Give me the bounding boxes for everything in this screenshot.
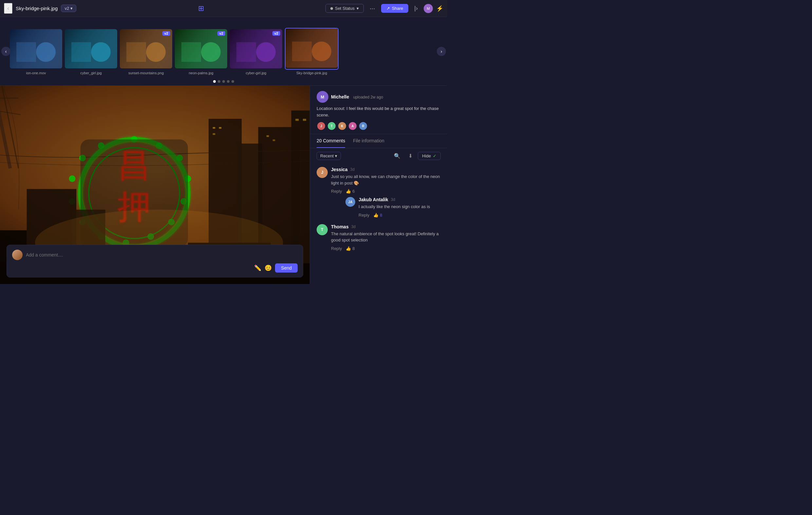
comment-avatar-thomas: T [317,224,328,235]
download-button[interactable]: ⬇ [406,151,415,160]
reply-button-1[interactable]: Reply [331,246,342,251]
status-dot [330,7,333,10]
thumb-item-4[interactable]: v2 cyber-girl.jpg [230,29,282,75]
side-panel: M Michelle uploaded 2w ago Location scou… [310,86,447,284]
share-button[interactable]: ↗ Share [381,4,409,13]
comment-author-0: Jessica [331,167,348,172]
panel-author-time: uploaded 2w ago [353,95,383,99]
dot-0 [213,80,216,83]
comments-list: J Jessica 3d Just so you all know, we ca… [310,163,447,284]
dot-4 [231,80,234,83]
panel-author-row: M Michelle uploaded 2w ago [317,91,441,103]
emoji-button[interactable]: 😊 [265,264,272,272]
comment-input-row [12,250,298,260]
user-avatar [12,250,23,260]
panel-author-name: Michelle [331,94,349,99]
filmstrip-next[interactable]: › [437,47,446,56]
comment-text-input[interactable] [26,252,298,258]
panel-author-info: Michelle uploaded 2w ago [331,94,383,100]
dot-1 [218,80,220,83]
svg-point-34 [69,175,75,182]
reply-item-0-0: JA Jakub Antalik 3d I actually like the … [345,197,441,218]
more-options-button[interactable]: ··· [367,3,378,13]
like-button-0-0[interactable]: 👍 8 [373,213,382,218]
comment-input-area: ✏️ 😊 Send [6,245,303,277]
dot-2 [222,80,225,83]
version-badge-2: v2 [163,31,170,36]
comment-author-1: Thomas [331,224,349,230]
thumb-item-1[interactable]: cyber_girl.jpg [65,29,117,75]
drawing-tool-button[interactable]: ✏️ [254,264,261,272]
thumb-label-2: sunset-mountains.png [128,71,164,75]
compare-icon: ⊞ [198,4,204,13]
comment-tools: ✏️ 😊 Send [12,263,298,273]
reply-header-0-0: Jakub Antalik 3d [358,197,441,202]
comment-item-0: J Jessica 3d Just so you all know, we ca… [317,167,441,218]
version-badge-3: v2 [218,31,225,36]
svg-rect-8 [213,127,215,129]
sort-recent-button[interactable]: Recent ▾ [317,152,341,160]
file-title: Sky-bridge-pink.jpg [16,6,58,11]
set-status-button[interactable]: Set Status ▾ [325,4,364,13]
svg-rect-14 [303,119,306,121]
comment-time-1: 3d [351,224,355,229]
thumb-item-3[interactable]: v2 neon-palms.jpg [175,29,227,75]
thumb-item-5[interactable]: Sky-bridge-pink.jpg [285,28,339,75]
comment-header-0: Jessica 3d [331,167,441,172]
panel-author-avatar: M [317,91,328,103]
participant-avatar-1: T [327,121,336,130]
thumb-item-0[interactable]: ion-one.mov [10,29,62,75]
main-area: 昌 押 ✏ [0,86,447,284]
reply-button-0[interactable]: Reply [331,189,342,194]
reply-actions-0-0: Reply 👍 8 [358,213,441,218]
send-button[interactable]: Send [275,263,298,273]
comment-actions-0: Reply 👍 6 [331,189,441,194]
topbar-right: Set Status ▾ ··· ↗ Share |› M ⚡ [325,3,443,13]
reply-author-0-0: Jakub Antalik [358,197,388,202]
collaborator-avatars: M [424,4,433,13]
thumb-label-1: cyber_girl.jpg [80,71,102,75]
participant-avatar-4: R [358,121,368,130]
tab-file-information[interactable]: File information [353,134,384,148]
panel-header: M Michelle uploaded 2w ago Location scou… [310,86,447,134]
comment-text-0: Just so you all know, we can change the … [331,174,441,186]
reply-text-0-0: I actually like the neon sign color as i… [358,204,441,210]
thumb-item-2[interactable]: v2 sunset-mountains.png [120,29,172,75]
topbar-center: ⊞ [80,4,322,13]
tab-comments[interactable]: 20 Comments [317,134,345,148]
svg-rect-9 [219,127,222,129]
filmstrip: ‹ ion-one.mov cyber_girl.jpg v2 sunset-m… [0,17,447,86]
comment-avatar-jessica: J [317,167,328,178]
panel-avatars: J T K A R [317,121,441,130]
panel-tabs: 20 Comments File information [310,134,447,148]
comment-body-1: Thomas 3d The natural ambience of the sp… [331,224,441,251]
filmstrip-prev[interactable]: ‹ [1,47,10,56]
version-selector[interactable]: v2 ▾ [61,5,76,12]
comment-time-0: 3d [350,167,355,172]
comments-toolbar: Recent ▾ 🔍 ⬇ Hide ✓ [310,148,447,163]
filmstrip-items: ion-one.mov cyber_girl.jpg v2 sunset-mou… [10,28,437,75]
thumb-label-3: neon-palms.jpg [188,71,213,75]
svg-rect-11 [266,135,269,137]
svg-rect-10 [213,133,215,135]
topbar: ‹ Sky-bridge-pink.jpg v2 ▾ ⊞ Set Status … [0,0,447,17]
panel-description: Location scout: I feel like this would b… [317,105,441,121]
comment-actions-1: Reply 👍 8 [331,246,441,251]
reply-button-0-0[interactable]: Reply [358,213,369,218]
reply-body-0-0: Jakub Antalik 3d I actually like the neo… [358,197,441,218]
lightning-button[interactable]: ⚡ [436,5,443,12]
comment-header-1: Thomas 3d [331,224,441,230]
svg-rect-13 [295,119,299,121]
hide-button[interactable]: Hide ✓ [418,152,441,160]
thumb-label-0: ion-one.mov [26,71,46,75]
search-comments-button[interactable]: 🔍 [391,151,403,160]
collaborator-avatar: M [424,4,433,13]
panel-toggle-button[interactable]: |› [412,4,420,13]
svg-rect-12 [273,140,276,141]
back-button[interactable]: ‹ [4,3,12,14]
participant-avatar-2: K [338,121,347,130]
participant-avatar-3: A [348,121,357,130]
like-button-1[interactable]: 👍 8 [346,246,355,251]
image-viewer: 昌 押 ✏ [0,86,310,284]
like-button-0[interactable]: 👍 6 [346,189,355,194]
